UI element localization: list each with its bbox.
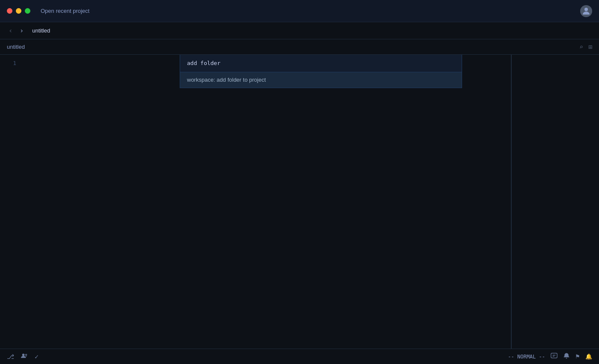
maximize-button[interactable]: [25, 8, 30, 14]
minimize-button[interactable]: [16, 8, 21, 14]
copilot-icon[interactable]: [550, 352, 558, 361]
svg-rect-3: [551, 353, 557, 358]
avatar[interactable]: [580, 5, 592, 17]
branch-icon[interactable]: ⎇: [7, 353, 14, 361]
command-result-item[interactable]: workspace: add folder to project: [180, 72, 462, 88]
check-icon[interactable]: ✓: [35, 353, 39, 361]
command-input-row: [180, 55, 462, 72]
bell-icon[interactable]: 🔔: [585, 353, 592, 360]
notifications-icon[interactable]: [563, 352, 570, 361]
statusbar-right: -- NORMAL -- ⚑ 🔔: [508, 352, 592, 361]
search-icon[interactable]: ⌕: [579, 43, 583, 51]
command-input[interactable]: [187, 60, 455, 66]
titlebar: Open recent project: [0, 0, 599, 22]
close-button[interactable]: [7, 8, 12, 14]
status-mode: -- NORMAL --: [508, 354, 545, 360]
tag-icon[interactable]: ⚑: [575, 353, 580, 360]
layout-icon[interactable]: ⊞: [588, 43, 592, 51]
svg-point-2: [25, 354, 27, 356]
editor-header: untitled ⌕ ⊞: [0, 39, 599, 55]
right-panel: [511, 55, 599, 349]
editor-filename-bar: untitled: [7, 44, 25, 50]
line-number-1: 1: [0, 59, 16, 68]
forward-button[interactable]: ›: [18, 25, 26, 36]
back-button[interactable]: ‹: [7, 25, 15, 36]
svg-point-0: [584, 8, 588, 11]
editor-filename-label: untitled: [7, 44, 25, 50]
line-numbers: 1: [0, 55, 21, 349]
svg-point-1: [22, 353, 25, 356]
editor-area: 1 workspace: add folder to project: [0, 55, 511, 349]
tabbar: ‹ › untitled: [0, 22, 599, 39]
code-area[interactable]: workspace: add folder to project: [21, 55, 511, 349]
traffic-lights: [7, 8, 30, 14]
tab-title: untitled: [32, 27, 50, 34]
command-palette: workspace: add folder to project: [180, 55, 462, 88]
statusbar-left: ⎇ ✓: [7, 353, 39, 361]
editor-toolbar-right: ⌕ ⊞: [579, 43, 592, 51]
titlebar-title: Open recent project: [41, 8, 89, 14]
command-result-text: workspace: add folder to project: [187, 77, 266, 83]
statusbar: ⎇ ✓ -- NORMAL -- ⚑ 🔔: [0, 349, 599, 364]
users-icon[interactable]: [21, 353, 28, 361]
